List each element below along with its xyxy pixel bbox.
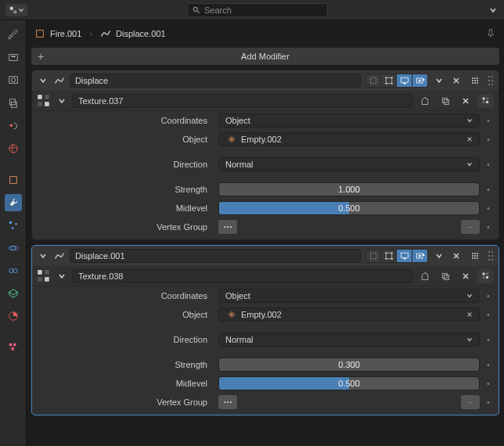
texture-dropdown[interactable] xyxy=(56,272,68,280)
tab-particles[interactable] xyxy=(5,217,22,234)
svg-rect-31 xyxy=(401,77,408,82)
animate-property-button[interactable]: • xyxy=(483,116,494,125)
toggle-render[interactable] xyxy=(412,249,428,263)
tab-constraints[interactable] xyxy=(5,262,22,279)
tab-render[interactable] xyxy=(5,49,22,67)
toggle-on-cage[interactable] xyxy=(365,249,381,263)
svg-point-45 xyxy=(488,76,490,77)
toggle-realtime[interactable] xyxy=(397,74,412,88)
tab-modifiers[interactable] xyxy=(5,194,22,211)
svg-rect-91 xyxy=(45,270,49,275)
tab-material[interactable] xyxy=(5,308,22,325)
tab-texture[interactable] xyxy=(5,339,22,356)
show-texture-button[interactable] xyxy=(478,94,494,108)
svg-point-89 xyxy=(491,259,493,261)
svg-point-63 xyxy=(230,226,232,228)
invert-vertex-group-button[interactable]: ↔ xyxy=(461,220,480,234)
animate-property-button[interactable]: • xyxy=(483,291,494,300)
delete-modifier-button[interactable] xyxy=(450,252,463,260)
modifier-extras-dropdown[interactable] xyxy=(433,252,445,260)
collapse-toggle[interactable] xyxy=(37,252,49,260)
toggle-on-cage[interactable] xyxy=(365,74,381,88)
modifier-header[interactable]: Displace xyxy=(32,70,499,91)
direction-dropdown[interactable]: Normal xyxy=(218,157,480,171)
editor-type-dropdown[interactable] xyxy=(5,3,28,17)
drag-handle[interactable] xyxy=(488,75,494,86)
tab-tool[interactable] xyxy=(5,27,22,44)
svg-rect-70 xyxy=(401,253,408,257)
add-modifier-button[interactable]: + Add Modifier xyxy=(31,48,499,65)
animate-property-button[interactable]: • xyxy=(483,379,494,388)
vertex-group-field[interactable] xyxy=(218,395,237,409)
vertex-group-field[interactable] xyxy=(218,220,237,234)
object-field[interactable]: Empty.002 xyxy=(218,308,480,322)
coordinates-dropdown[interactable]: Object xyxy=(218,289,480,303)
clear-object-button[interactable] xyxy=(466,311,473,318)
toggle-realtime[interactable] xyxy=(397,249,412,263)
animate-property-button[interactable]: • xyxy=(483,185,494,194)
svg-rect-59 xyxy=(483,101,485,103)
modifier-apply-dropdown[interactable] xyxy=(467,74,483,88)
tab-object-data[interactable] xyxy=(5,285,22,302)
modifier-header[interactable]: Displace.001 xyxy=(32,246,499,266)
modifier-apply-dropdown[interactable] xyxy=(467,249,483,263)
invert-vertex-group-button[interactable]: ↔ xyxy=(461,395,480,409)
coordinates-dropdown[interactable]: Object xyxy=(218,113,480,128)
collapse-toggle[interactable] xyxy=(37,77,49,85)
texture-name-field[interactable]: Texture.037 xyxy=(73,94,412,108)
midlevel-slider[interactable]: 0.500 xyxy=(218,201,480,215)
texture-name-field[interactable]: Texture.038 xyxy=(73,269,412,283)
plus-icon: + xyxy=(38,50,44,63)
toggle-edit-mode[interactable] xyxy=(381,74,397,88)
strength-field[interactable]: 1.000 xyxy=(218,182,480,196)
svg-point-42 xyxy=(472,82,473,84)
svg-point-82 xyxy=(474,257,476,259)
texture-browse-button[interactable] xyxy=(37,94,51,108)
animate-property-button[interactable]: • xyxy=(483,335,494,344)
texture-dropdown[interactable] xyxy=(56,97,68,105)
object-label: Object xyxy=(37,135,215,144)
toggle-render[interactable] xyxy=(412,74,428,88)
modifier-name-field[interactable]: Displace xyxy=(70,74,361,88)
svg-rect-96 xyxy=(483,272,485,275)
drag-handle[interactable] xyxy=(488,250,494,261)
animate-property-button[interactable]: • xyxy=(483,360,494,369)
toggle-edit-mode[interactable] xyxy=(381,249,397,263)
unlink-texture-button[interactable] xyxy=(458,269,473,283)
search-input[interactable]: Search xyxy=(187,3,328,17)
modifier-extras-dropdown[interactable] xyxy=(433,77,445,85)
animate-property-button[interactable]: • xyxy=(483,222,494,232)
breadcrumb-object-name: Fire.001 xyxy=(50,29,81,38)
modifier-name-field[interactable]: Displace.001 xyxy=(70,249,361,263)
strength-field[interactable]: 0.300 xyxy=(218,358,480,372)
breadcrumb-modifier[interactable]: Displace.001 xyxy=(100,28,166,39)
svg-point-10 xyxy=(9,124,13,127)
tab-view-layer[interactable] xyxy=(5,95,22,112)
show-texture-button[interactable] xyxy=(478,269,494,283)
pin-button[interactable] xyxy=(485,28,496,39)
midlevel-slider[interactable]: 0.500 xyxy=(218,376,480,390)
tab-scene[interactable] xyxy=(5,117,22,135)
tab-physics[interactable] xyxy=(5,239,22,257)
delete-modifier-button[interactable] xyxy=(450,77,463,85)
animate-property-button[interactable]: • xyxy=(483,397,494,407)
breadcrumb-object[interactable]: Fire.001 xyxy=(34,28,81,39)
svg-point-40 xyxy=(474,80,476,81)
direction-dropdown[interactable]: Normal xyxy=(218,333,480,347)
unlink-texture-button[interactable] xyxy=(458,94,473,108)
fake-user-toggle[interactable] xyxy=(417,269,433,283)
animate-property-button[interactable]: • xyxy=(483,135,494,144)
tab-object[interactable] xyxy=(5,171,22,189)
clear-object-button[interactable] xyxy=(466,136,473,142)
fake-user-toggle[interactable] xyxy=(417,94,433,108)
animate-property-button[interactable]: • xyxy=(483,160,494,169)
animate-property-button[interactable]: • xyxy=(483,310,494,319)
object-field[interactable]: Empty.002 xyxy=(218,132,480,146)
duplicate-texture-button[interactable] xyxy=(437,94,453,108)
tab-world[interactable] xyxy=(5,140,22,157)
animate-property-button[interactable]: • xyxy=(483,203,494,213)
texture-browse-button[interactable] xyxy=(37,269,51,283)
tab-output[interactable] xyxy=(5,72,22,89)
duplicate-texture-button[interactable] xyxy=(437,269,453,283)
header-options-dropdown[interactable] xyxy=(487,6,499,14)
